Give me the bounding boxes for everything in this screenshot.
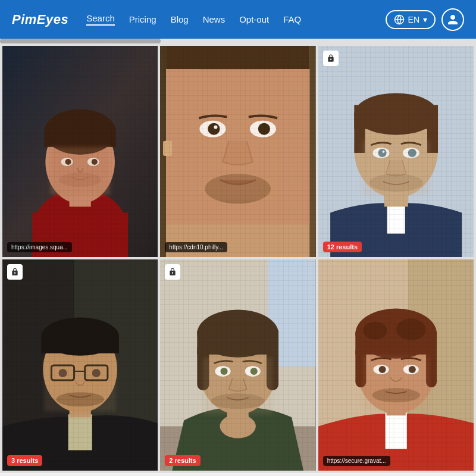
- result-item-4[interactable]: 3 results: [2, 259, 158, 471]
- results-badge-4: 3 results: [7, 455, 42, 466]
- user-icon: [447, 14, 459, 26]
- result-item-2[interactable]: https://cdn10.philly...: [160, 46, 315, 257]
- url-badge-1: https://images.squa...: [7, 242, 72, 252]
- results-badge-3: 12 results: [323, 242, 362, 252]
- user-account-button[interactable]: [441, 8, 464, 31]
- globe-icon: [394, 14, 405, 25]
- nav-search[interactable]: Search: [86, 13, 115, 26]
- pixel-overlay-3: [318, 46, 474, 257]
- nav-optout[interactable]: Opt-out: [239, 14, 269, 24]
- pixel-overlay-4: [2, 259, 158, 471]
- logo[interactable]: PimEyes: [12, 12, 68, 27]
- results-grid: https://images.squa...: [0, 43, 476, 473]
- chevron-down-icon: ▾: [423, 15, 427, 24]
- scrollbar-thumb[interactable]: [0, 39, 161, 43]
- language-selector[interactable]: EN ▾: [386, 10, 436, 29]
- header: PimEyes Search Pricing Blog News Opt-out…: [0, 0, 476, 39]
- lock-icon-3: [323, 51, 339, 66]
- url-badge-2: https://cdn10.philly...: [165, 242, 227, 252]
- lang-label: EN: [408, 15, 419, 24]
- nav-blog[interactable]: Blog: [171, 14, 189, 24]
- result-item-3[interactable]: 12 results: [318, 46, 474, 257]
- scrollbar-area: [0, 39, 476, 43]
- lock-icon-4: [7, 264, 23, 280]
- main-nav: Search Pricing Blog News Opt-out FAQ: [86, 13, 385, 26]
- url-badge-6: https://secure.gravat...: [323, 456, 390, 466]
- pixel-overlay-1: [2, 46, 158, 257]
- lock-svg-5: [168, 268, 177, 276]
- nav-faq[interactable]: FAQ: [283, 14, 301, 24]
- result-item-5[interactable]: 2 results: [160, 259, 315, 471]
- results-badge-5: 2 results: [165, 455, 200, 466]
- header-right: EN ▾: [386, 8, 464, 31]
- nav-news[interactable]: News: [203, 14, 226, 24]
- pixel-overlay-5: [160, 259, 315, 471]
- lock-svg-3: [327, 54, 335, 62]
- lock-icon-5: [165, 264, 180, 280]
- nav-pricing[interactable]: Pricing: [129, 14, 156, 24]
- pixel-overlay-6: [318, 259, 474, 471]
- lock-svg-4: [11, 268, 19, 276]
- result-item-6[interactable]: https://secure.gravat...: [318, 259, 474, 471]
- pixel-overlay-2: [160, 46, 315, 257]
- result-item-1[interactable]: https://images.squa...: [2, 46, 158, 257]
